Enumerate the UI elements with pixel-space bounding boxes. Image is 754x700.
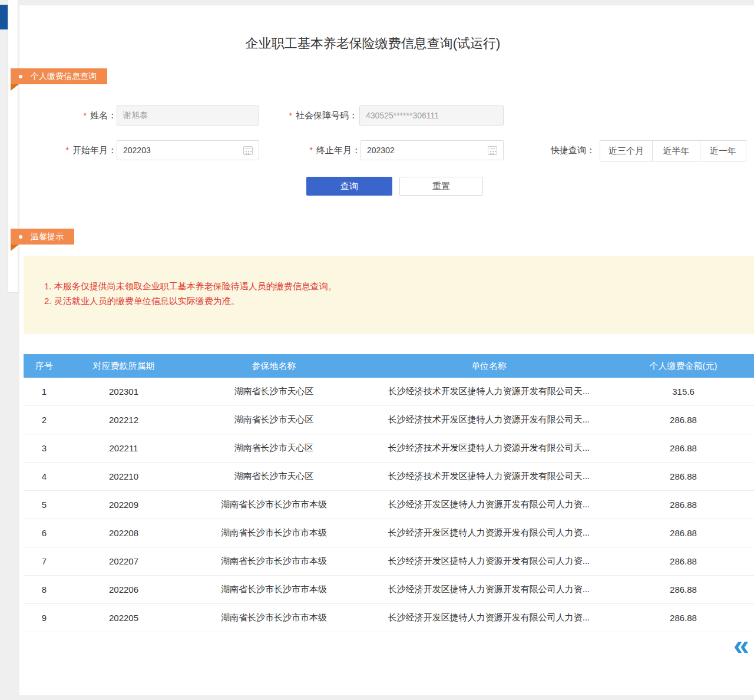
badge-fold bbox=[11, 245, 19, 251]
required-asterisk: * bbox=[310, 146, 313, 155]
table-cell: 长沙经济技术开发区捷特人力资源开发有限公司天... bbox=[365, 386, 613, 397]
quick-btn-halfyear[interactable]: 近半年 bbox=[652, 141, 700, 161]
table-cell: 202301 bbox=[65, 387, 183, 397]
table-row: 7202207湖南省长沙市长沙市市本级长沙经济开发区捷特人力资源开发有限公司人力… bbox=[24, 547, 754, 576]
bullet-icon bbox=[19, 235, 22, 239]
tips-line: 2. 灵活就业人员的缴费单位信息以实际缴费为准。 bbox=[44, 293, 742, 308]
section-badge-tips: 温馨提示 bbox=[11, 229, 74, 245]
start-month-label: * 开始年月： bbox=[43, 140, 117, 160]
table-row: 8202206湖南省长沙市长沙市市本级长沙经济开发区捷特人力资源开发有限公司人力… bbox=[24, 576, 754, 604]
table-cell: 长沙经济技术开发区捷特人力资源开发有限公司天... bbox=[365, 443, 613, 454]
table-cell: 202211 bbox=[65, 443, 183, 453]
table-cell: 5 bbox=[24, 500, 65, 510]
table-cell: 长沙经济开发区捷特人力资源开发有限公司人力资... bbox=[365, 556, 613, 567]
query-button[interactable]: 查询 bbox=[306, 177, 392, 196]
table-body: 1202301湖南省长沙市天心区长沙经济技术开发区捷特人力资源开发有限公司天..… bbox=[24, 378, 754, 632]
table-cell: 湖南省长沙市长沙市市本级 bbox=[183, 527, 365, 539]
table-cell: 202206 bbox=[65, 585, 183, 595]
required-asterisk: * bbox=[66, 146, 69, 155]
chevron-double-left-icon[interactable]: « bbox=[733, 631, 749, 659]
table-cell: 202212 bbox=[65, 415, 183, 425]
ssn-input-value: 430525******306111 bbox=[366, 111, 439, 120]
table-row: 6202208湖南省长沙市长沙市市本级长沙经济开发区捷特人力资源开发有限公司人力… bbox=[24, 519, 754, 547]
name-label: * 姓名： bbox=[53, 105, 117, 126]
ssn-input: 430525******306111 bbox=[359, 105, 504, 126]
table-cell: 湖南省长沙市长沙市市本级 bbox=[183, 499, 365, 510]
table-cell: 202207 bbox=[65, 556, 183, 566]
calendar-icon[interactable] bbox=[243, 146, 253, 155]
quick-btn-3months[interactable]: 近三个月 bbox=[600, 141, 652, 161]
quick-btn-oneyear[interactable]: 近一年 bbox=[700, 141, 746, 161]
required-asterisk: * bbox=[84, 111, 87, 120]
tips-line: 1. 本服务仅提供尚未领取企业职工基本养老保险待遇人员的缴费信息查询。 bbox=[44, 279, 742, 293]
tips-notice-box: 1. 本服务仅提供尚未领取企业职工基本养老保险待遇人员的缴费信息查询。 2. 灵… bbox=[24, 256, 754, 334]
bullet-icon bbox=[19, 75, 22, 78]
main-card: 企业职工基本养老保险缴费信息查询(试运行) 个人缴费信息查询 * 姓名： 谢旭泰… bbox=[19, 5, 754, 695]
table-cell: 202209 bbox=[65, 500, 183, 510]
table-cell: 286.88 bbox=[613, 528, 754, 538]
table-cell: 长沙经济开发区捷特人力资源开发有限公司人力资... bbox=[365, 612, 613, 623]
table-header-cell: 个人缴费金额(元) bbox=[613, 361, 754, 372]
table-cell: 湖南省长沙市天心区 bbox=[183, 386, 365, 397]
reset-button[interactable]: 重置 bbox=[399, 177, 483, 196]
table-cell: 长沙经济技术开发区捷特人力资源开发有限公司天... bbox=[365, 471, 613, 482]
table-cell: 湖南省长沙市长沙市市本级 bbox=[183, 584, 365, 595]
end-month-value: 202302 bbox=[367, 146, 395, 155]
corner-accent bbox=[0, 5, 8, 29]
table-header: 序号对应费款所属期参保地名称单位名称个人缴费金额(元) bbox=[24, 354, 754, 378]
name-input: 谢旭泰 bbox=[117, 105, 259, 126]
table-row: 1202301湖南省长沙市天心区长沙经济技术开发区捷特人力资源开发有限公司天..… bbox=[24, 378, 754, 406]
table-cell: 202205 bbox=[65, 613, 183, 623]
table-row: 5202209湖南省长沙市长沙市市本级长沙经济开发区捷特人力资源开发有限公司人力… bbox=[24, 491, 754, 519]
table-cell: 286.88 bbox=[613, 613, 754, 623]
table-header-cell: 对应费款所属期 bbox=[65, 361, 183, 372]
table-cell: 286.88 bbox=[613, 443, 754, 453]
table-header-cell: 序号 bbox=[24, 361, 65, 372]
table-cell: 286.88 bbox=[613, 471, 754, 481]
table-cell: 湖南省长沙市天心区 bbox=[183, 443, 365, 454]
table-cell: 315.6 bbox=[613, 387, 754, 397]
table-cell: 8 bbox=[24, 585, 65, 595]
table-row: 2202212湖南省长沙市天心区长沙经济技术开发区捷特人力资源开发有限公司天..… bbox=[24, 406, 754, 434]
table-cell: 286.88 bbox=[613, 556, 754, 566]
table-cell: 长沙经济开发区捷特人力资源开发有限公司人力资... bbox=[365, 499, 613, 510]
badge-fold bbox=[11, 84, 19, 91]
table-cell: 3 bbox=[24, 443, 65, 453]
table-cell: 4 bbox=[24, 471, 65, 481]
table-cell: 湖南省长沙市天心区 bbox=[183, 471, 365, 482]
table-cell: 286.88 bbox=[613, 500, 754, 510]
calendar-icon[interactable] bbox=[488, 146, 497, 155]
end-month-input[interactable]: 202302 bbox=[361, 140, 504, 160]
ssn-label: * 社会保障号码： bbox=[261, 105, 358, 126]
table-cell: 长沙经济开发区捷特人力资源开发有限公司人力资... bbox=[365, 527, 613, 539]
table-row: 4202210湖南省长沙市天心区长沙经济技术开发区捷特人力资源开发有限公司天..… bbox=[24, 463, 754, 491]
table-cell: 286.88 bbox=[613, 585, 754, 595]
table-cell: 湖南省长沙市长沙市市本级 bbox=[183, 612, 365, 623]
page: 企业职工基本养老保险缴费信息查询(试运行) 个人缴费信息查询 * 姓名： 谢旭泰… bbox=[0, 0, 754, 700]
table-cell: 9 bbox=[24, 613, 65, 623]
table-cell: 202208 bbox=[65, 528, 183, 538]
table-cell: 202210 bbox=[65, 471, 183, 481]
table-cell: 长沙经济开发区捷特人力资源开发有限公司人力资... bbox=[365, 584, 613, 595]
start-month-input[interactable]: 202203 bbox=[117, 140, 259, 160]
start-month-value: 202203 bbox=[123, 146, 151, 155]
table-cell: 7 bbox=[24, 556, 65, 566]
table-row: 3202211湖南省长沙市天心区长沙经济技术开发区捷特人力资源开发有限公司天..… bbox=[24, 434, 754, 463]
quick-query-group: 近三个月 近半年 近一年 bbox=[600, 140, 746, 161]
end-month-label: * 终止年月： bbox=[287, 140, 361, 160]
results-table: 序号对应费款所属期参保地名称单位名称个人缴费金额(元) 1202301湖南省长沙… bbox=[24, 354, 754, 632]
table-cell: 长沙经济技术开发区捷特人力资源开发有限公司天... bbox=[365, 414, 613, 425]
table-cell: 2 bbox=[24, 415, 65, 425]
quick-query-label: 快捷查询： bbox=[532, 140, 595, 160]
table-cell: 286.88 bbox=[613, 415, 754, 425]
table-header-cell: 参保地名称 bbox=[183, 361, 365, 372]
section-badge-tips-label: 温馨提示 bbox=[31, 232, 64, 242]
table-cell: 湖南省长沙市长沙市市本级 bbox=[183, 556, 365, 567]
section-badge-query-label: 个人缴费信息查询 bbox=[31, 71, 97, 82]
table-header-cell: 单位名称 bbox=[365, 361, 613, 372]
name-input-value: 谢旭泰 bbox=[123, 110, 148, 121]
table-row: 9202205湖南省长沙市长沙市市本级长沙经济开发区捷特人力资源开发有限公司人力… bbox=[24, 604, 754, 632]
section-badge-query: 个人缴费信息查询 bbox=[11, 68, 107, 84]
table-cell: 6 bbox=[24, 528, 65, 538]
table-cell: 湖南省长沙市天心区 bbox=[183, 414, 365, 425]
